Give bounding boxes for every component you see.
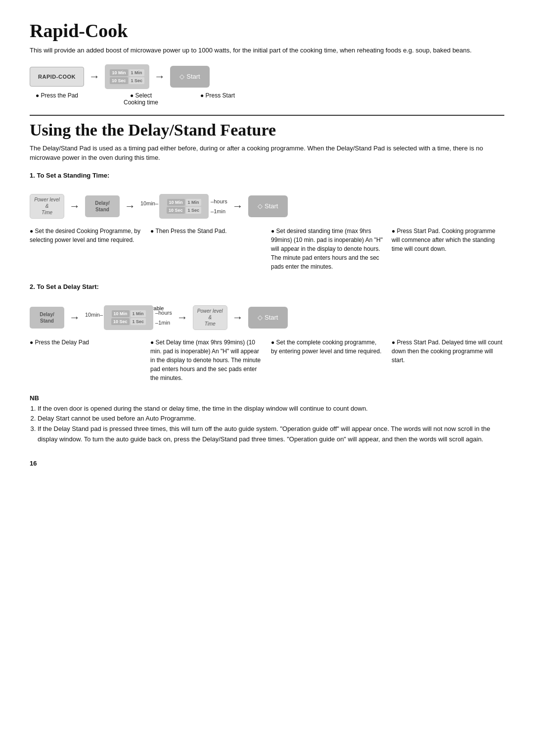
bullet-dot3: ● (200, 92, 206, 99)
s1-bullet2: Then Press the Stand Pad. (155, 228, 226, 235)
nb-item-3: If the Delay Stand pad is pressed three … (38, 424, 504, 445)
delay-stand-pad-s1: Delay/Stand (85, 195, 120, 217)
s2-arrow2: → (177, 311, 188, 324)
s1-arrow3: → (232, 200, 243, 213)
s2-arrow1: → (69, 311, 80, 324)
delay-stand-title: Using the the Delay/Stand Feature (30, 121, 504, 140)
rapid-cook-title: Rapid-Cook (30, 20, 504, 42)
label-press-start: Press Start (206, 92, 235, 99)
step1-section: 1. To Set a Standing Time: inoperable | … (30, 172, 504, 271)
arrow1: → (89, 70, 100, 83)
s1-1min: 1 Min (186, 199, 201, 206)
s2-arrow3: → (232, 311, 243, 324)
bullet-dot2: ● (130, 92, 135, 99)
rapid-cook-diagram: RAPID-COOK → 10 Min 1 Min 10 Sec 1 Sec →… (30, 64, 504, 89)
s1-10min: 10 Min (167, 199, 185, 206)
1min-cell: 1 Min (129, 69, 144, 76)
s1-arrow2: → (125, 200, 135, 213)
nb-section: NB If the oven door is opened during the… (30, 394, 504, 445)
s2-1sec: 1 Sec (131, 318, 146, 325)
time-pad-s1: 10 Min 1 Min 10 Sec 1 Sec (159, 194, 209, 219)
s2-1min: 1 Min (131, 310, 146, 317)
arrow2: → (154, 70, 165, 83)
start-label-s2: Start (265, 314, 278, 321)
label-press-pad: Press the Pad (41, 92, 78, 99)
section-divider (30, 115, 504, 116)
s2-bullet3: Set the complete cooking programme, by e… (271, 339, 381, 355)
s2-bullet4: Press Start Pad. Delayed time will count… (392, 339, 502, 364)
time-pad-s2: 10 Min 1 Min 10 Sec 1 Sec (104, 305, 153, 330)
s2-bullet1: Press the Delay Pad (35, 339, 89, 346)
bullet-dot: ● (36, 92, 41, 99)
start-label-s1: Start (265, 202, 278, 210)
start-icon: ◇ (179, 73, 184, 80)
step2-section: 2. To Set a Delay Start: inoperable | De… (30, 283, 504, 382)
start-icon-s2: ◇ (258, 314, 263, 321)
s1-bullet1: Set the desired Cooking Programme, by se… (30, 228, 140, 243)
nb-item-2: Delay Start cannot be used before an Aut… (38, 414, 504, 424)
start-pad-s2: ◇ Start (248, 307, 288, 329)
min-label-s2: –1min (155, 320, 172, 326)
time-pad: 10 Min 1 Min 10 Sec 1 Sec (105, 64, 149, 89)
delay-stand-pad-s2: Delay/Stand (30, 307, 64, 329)
nb-list: If the oven door is opened during the st… (30, 404, 504, 445)
s1-bullet4: Press Start Pad. Cooking programme will … (392, 228, 495, 252)
s2-10sec: 10 Sec (111, 318, 130, 325)
rapid-cook-intro: This will provide an added boost of micr… (30, 46, 499, 55)
10sec-cell: 10 Sec (110, 77, 128, 84)
step2-heading: 2. To Set a Delay Start: (30, 283, 504, 290)
power-level-time-pad-s2: Power level&Time (193, 305, 227, 330)
delay-stand-intro: The Delay/Stand Pad is used as a timing … (30, 143, 499, 163)
10min-cell: 10 Min (110, 69, 128, 76)
s1-10sec: 10 Sec (167, 207, 185, 214)
nb-title: NB (30, 394, 504, 402)
rapid-cook-labels: ● Press the Pad ● Select Cooking time ● … (30, 92, 504, 106)
min-label-s1: –1min (211, 208, 227, 214)
start-label: Start (186, 73, 200, 80)
hours-label-s2: –hours (155, 310, 172, 316)
s2-10min: 10 Min (112, 310, 130, 317)
power-level-time-pad-s1: Power level&Time (30, 194, 64, 219)
s2-bullet2: Set Delay time (max 9hrs 99mins) (10 min… (150, 339, 261, 381)
start-pad-s1: ◇ Start (248, 195, 288, 217)
s1-bullet3: Set desired standing time (max 9hrs 99mi… (271, 228, 383, 270)
step1-heading: 1. To Set a Standing Time: (30, 172, 504, 179)
nb-item-1: If the oven door is opened during the st… (38, 404, 504, 414)
1sec-cell: 1 Sec (129, 77, 145, 84)
tenmin-label-s1: 10min– (140, 200, 158, 206)
page-number: 16 (30, 460, 504, 467)
s1-1sec: 1 Sec (186, 207, 202, 214)
start-pad: ◇ Start (170, 66, 210, 88)
hours-label-s1: –hours (211, 198, 227, 204)
rapid-cook-pad: RAPID-COOK (30, 67, 84, 87)
label-select-time: Select Cooking time (124, 92, 158, 106)
tenmin-label-s2: 10min– (85, 312, 103, 318)
start-icon-s1: ◇ (258, 202, 263, 210)
s1-arrow1: → (69, 200, 80, 213)
